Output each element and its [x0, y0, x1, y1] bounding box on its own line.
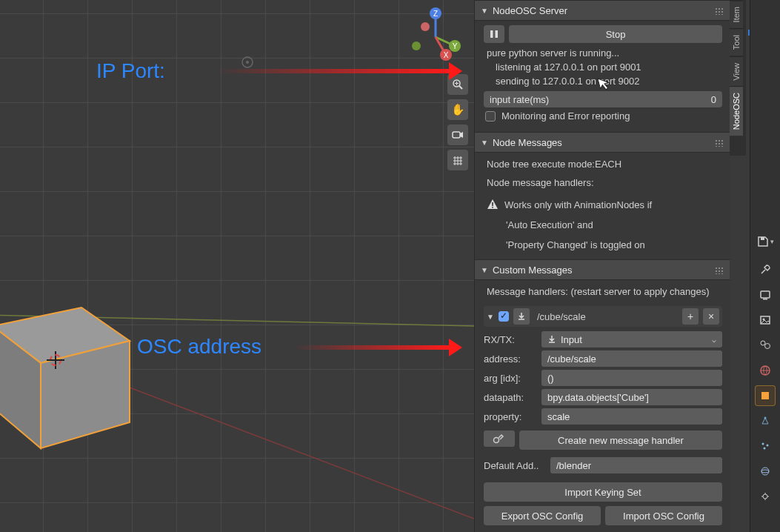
- grid-icon[interactable]: [447, 150, 468, 170]
- svg-text:Y: Y: [453, 42, 458, 50]
- arg-input[interactable]: (): [541, 370, 722, 386]
- disclosure-icon[interactable]: ▼: [487, 313, 494, 321]
- svg-point-30: [494, 438, 499, 443]
- modifier-icon[interactable]: [755, 410, 776, 431]
- warn-line-2: 'Auto Execution' and: [484, 218, 722, 232]
- svg-rect-31: [761, 237, 764, 240]
- svg-rect-29: [492, 207, 493, 208]
- disclosure-icon: ▼: [481, 139, 488, 147]
- grip-icon[interactable]: [715, 267, 724, 274]
- image-icon[interactable]: [755, 310, 776, 330]
- viewport-3d[interactable]: Z Y X ✋: [0, 0, 474, 532]
- axis-gizmo[interactable]: Z Y X: [406, 7, 465, 67]
- svg-text:Z: Z: [433, 10, 438, 18]
- physics-icon[interactable]: [755, 461, 776, 482]
- address-input[interactable]: /cube/scale: [541, 350, 722, 367]
- hand-icon[interactable]: ✋: [447, 99, 468, 120]
- svg-point-42: [767, 445, 769, 447]
- default-address-label: Default Add..: [484, 460, 550, 471]
- arrow-osc-address: [293, 345, 452, 350]
- section-title: NodeOSC Server: [493, 5, 567, 16]
- save-dropdown[interactable]: ▾: [757, 236, 774, 247]
- empty-object[interactable]: [241, 56, 254, 69]
- output-icon[interactable]: [755, 285, 776, 305]
- import-keying-button[interactable]: Import Keying Set: [484, 482, 722, 502]
- section-header-custom-messages[interactable]: ▼ Custom Messages: [475, 259, 730, 280]
- monitoring-checkbox[interactable]: [485, 111, 496, 122]
- property-input[interactable]: scale: [541, 408, 722, 425]
- pause-button[interactable]: [484, 25, 504, 43]
- section-title: Node Messages: [493, 137, 562, 148]
- object-icon[interactable]: [755, 385, 776, 406]
- remove-button[interactable]: ×: [703, 308, 719, 325]
- annotation-ip-port: IP Port:: [96, 59, 165, 83]
- tab-nodeosc[interactable]: NodeOSC: [730, 86, 743, 136]
- camera-icon[interactable]: [447, 124, 468, 145]
- section-body-server: Stop pure python server is running... li…: [475, 21, 730, 132]
- svg-line-1: [56, 359, 474, 519]
- disclosure-icon: ▼: [481, 7, 488, 15]
- particles-icon[interactable]: [755, 436, 776, 456]
- status-listening: listening at 127.0.0.1 on port 9001: [484, 60, 722, 74]
- pick-property-button[interactable]: [484, 430, 515, 447]
- add-button[interactable]: +: [682, 308, 699, 325]
- svg-point-40: [764, 417, 767, 419]
- custom-subtitle: Message handlers: (restart server to app…: [484, 285, 722, 299]
- input-rate-field[interactable]: input rate(ms) 0: [484, 91, 722, 107]
- tab-item[interactable]: Item: [730, 0, 743, 28]
- svg-rect-25: [490, 30, 493, 38]
- tool-icon[interactable]: [755, 259, 776, 280]
- tab-tool[interactable]: Tool: [730, 28, 743, 56]
- stop-button[interactable]: Stop: [509, 25, 722, 43]
- svg-point-15: [412, 41, 421, 50]
- section-body-custom-messages: Message handlers: (restart server to app…: [475, 280, 730, 532]
- section-header-node-messages[interactable]: ▼ Node Messages: [475, 132, 730, 153]
- download-icon[interactable]: [513, 308, 530, 325]
- vertical-tabs: Item Tool View NodeOSC: [730, 0, 746, 156]
- import-config-button[interactable]: Import OSC Config: [605, 506, 722, 525]
- datapath-label: datapath:: [484, 392, 541, 403]
- svg-text:X: X: [444, 51, 449, 59]
- svg-point-41: [762, 443, 764, 445]
- rxtx-dropdown[interactable]: Input ⌵: [541, 331, 722, 348]
- exec-mode-text: Node tree execute mode:EACH: [484, 157, 722, 171]
- grip-icon[interactable]: [715, 139, 724, 147]
- warn-line-1: Works only with AnimationNodes if: [504, 199, 652, 210]
- status-running: pure python server is running...: [484, 46, 722, 60]
- section-title: Custom Messages: [493, 265, 573, 276]
- export-config-button[interactable]: Export OSC Config: [484, 506, 601, 525]
- property-label: property:: [484, 411, 541, 422]
- constraints-icon[interactable]: [755, 486, 776, 507]
- monitoring-label: Monitoring and Error reporting: [501, 110, 630, 122]
- scene-icon[interactable]: [755, 335, 776, 356]
- download-icon: [547, 335, 556, 344]
- default-address-input[interactable]: /blender: [550, 457, 722, 473]
- datapath-input[interactable]: bpy.data.objects['Cube']: [541, 389, 722, 405]
- chevron-down-icon: ⌵: [712, 336, 716, 344]
- properties-panel: ▼ NodeOSC Server Stop pure python server…: [474, 0, 730, 532]
- handlers-text: Node message handlers:: [484, 176, 722, 190]
- message-enable-checkbox[interactable]: [499, 311, 509, 322]
- svg-line-18: [459, 86, 462, 89]
- grip-icon[interactable]: [715, 7, 724, 15]
- rxtx-value: Input: [561, 334, 582, 345]
- disclosure-icon: ▼: [481, 266, 488, 274]
- svg-point-45: [761, 470, 769, 473]
- svg-line-0: [0, 315, 474, 326]
- svg-rect-28: [492, 202, 493, 206]
- arg-label: arg [idx]:: [484, 373, 541, 384]
- svg-point-24: [246, 61, 249, 64]
- svg-point-37: [765, 344, 770, 349]
- message-item: ▼ /cube/scale + ×: [484, 306, 722, 327]
- create-handler-button[interactable]: Create new message handler: [519, 430, 722, 450]
- svg-point-16: [421, 22, 430, 31]
- viewport-tool-column: ✋: [447, 74, 471, 170]
- svg-rect-32: [761, 291, 770, 298]
- message-address-text: /cube/scale: [534, 311, 678, 322]
- world-icon[interactable]: [755, 360, 776, 381]
- section-header-server[interactable]: ▼ NodeOSC Server: [475, 0, 730, 21]
- cursor-3d: [48, 353, 63, 368]
- tab-view[interactable]: View: [730, 56, 743, 87]
- svg-rect-33: [763, 299, 767, 300]
- chevron-down-icon: ▾: [770, 238, 774, 245]
